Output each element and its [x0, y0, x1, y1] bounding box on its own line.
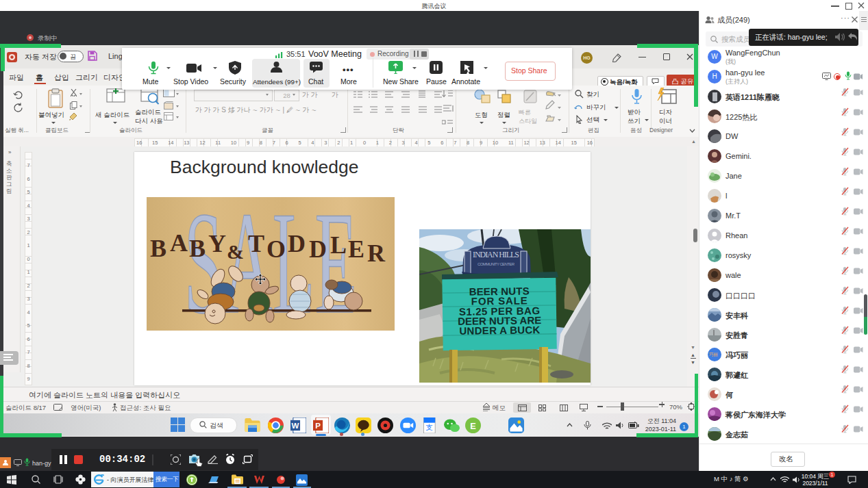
svg-text:INDIAN HILLS: INDIAN HILLS	[473, 250, 519, 259]
svg-text:P: P	[315, 422, 321, 430]
svg-text:E: E	[470, 421, 476, 431]
svg-text:Y: Y	[208, 230, 226, 257]
svg-text:B: B	[189, 235, 206, 262]
svg-text:R: R	[367, 240, 386, 267]
svg-text:B: B	[150, 235, 166, 262]
svg-text:L: L	[330, 231, 347, 259]
svg-text:支: 支	[426, 424, 433, 431]
svg-text:T: T	[248, 230, 264, 257]
svg-text:&: &	[227, 240, 244, 263]
svg-text:W: W	[292, 422, 299, 430]
svg-text:UNDER A BUCK: UNDER A BUCK	[459, 324, 540, 337]
svg-text:O: O	[266, 235, 286, 263]
svg-text:D: D	[288, 230, 306, 257]
svg-text:A: A	[170, 229, 188, 257]
svg-text:COMMUNITY CENTER: COMMUNITY CENTER	[478, 262, 515, 266]
svg-text:E: E	[348, 235, 364, 263]
svg-text:D: D	[309, 235, 327, 263]
